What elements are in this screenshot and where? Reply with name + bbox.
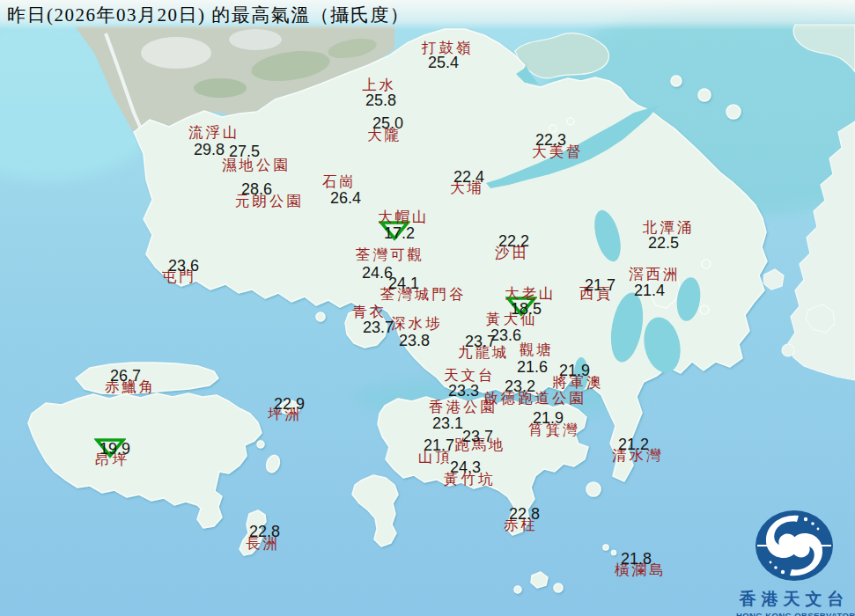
hko-logo: 香港天文台 HONG KONG OBSERVATORY — [736, 509, 852, 616]
station-value: 27.5 — [229, 143, 260, 159]
station-value: 23.7 — [363, 319, 394, 335]
logo-english-name: HONG KONG OBSERVATORY — [736, 611, 852, 616]
station-value: 21.6 — [517, 359, 548, 375]
station-value: 18.5 — [511, 301, 542, 317]
station-value: 25.8 — [365, 92, 396, 108]
station-label: 石崗 — [322, 175, 357, 190]
station-value: 24.1 — [388, 275, 419, 291]
station-value: 21.2 — [618, 436, 649, 452]
station-value: 22.5 — [648, 235, 679, 251]
station-value: 19.9 — [100, 441, 130, 457]
logo-chinese-name: 香港天文台 — [736, 588, 852, 611]
station-value: 22.2 — [498, 233, 529, 249]
station-value: 28.6 — [241, 181, 272, 197]
stations-layer: 25.4打鼓嶺25.8上水25.0大隴22.3大美督29.8流浮山27.5濕地公… — [0, 0, 855, 616]
station-label: 濕地公園 — [222, 158, 291, 173]
hk-max-temperature-map: 昨日(2026年03月20日) 的最高氣溫（攝氏度） 25.4打鼓嶺25.8上水… — [0, 0, 855, 616]
station-value: 25.0 — [372, 115, 403, 131]
station-value: 23.8 — [399, 333, 430, 348]
station-value: 23.7 — [465, 334, 496, 349]
station-value: 26.4 — [330, 190, 361, 206]
station-label: 觀塘 — [520, 343, 554, 358]
station-label: 流浮山 — [188, 126, 240, 141]
station-value: 25.4 — [428, 55, 459, 70]
station-value: 22.8 — [249, 524, 280, 539]
station-label: 滘西洲 — [629, 268, 681, 282]
station-value: 22.8 — [509, 506, 540, 522]
station-value: 17.2 — [384, 225, 415, 241]
station-value: 21.4 — [634, 282, 665, 298]
station-label: 大帽山 — [378, 210, 430, 225]
station-label: 深水埗 — [391, 317, 443, 332]
hko-emblem-icon — [746, 509, 843, 583]
station-value: 23.1 — [432, 415, 463, 431]
station-value: 21.8 — [621, 551, 652, 567]
station-value: 23.7 — [462, 429, 493, 444]
station-value: 21.9 — [533, 410, 564, 426]
station-label: 香港公園 — [429, 400, 498, 415]
station-label: 荃灣可觀 — [356, 248, 424, 263]
page-title: 昨日(2026年03月20日) 的最高氣溫（攝氏度） — [7, 3, 409, 27]
station-value: 22.3 — [535, 132, 566, 148]
station-value: 24.3 — [450, 459, 481, 475]
station-value: 21.7 — [424, 437, 454, 453]
station-value: 22.9 — [274, 396, 305, 412]
station-value: 23.3 — [448, 383, 479, 399]
station-value: 23.6 — [168, 258, 199, 274]
station-value: 29.8 — [194, 142, 225, 158]
station-value: 22.4 — [453, 169, 484, 185]
station-value: 21.7 — [585, 277, 615, 293]
station-value: 23.2 — [505, 378, 535, 394]
station-value: 26.7 — [110, 368, 141, 384]
station-value: 21.9 — [559, 363, 590, 378]
